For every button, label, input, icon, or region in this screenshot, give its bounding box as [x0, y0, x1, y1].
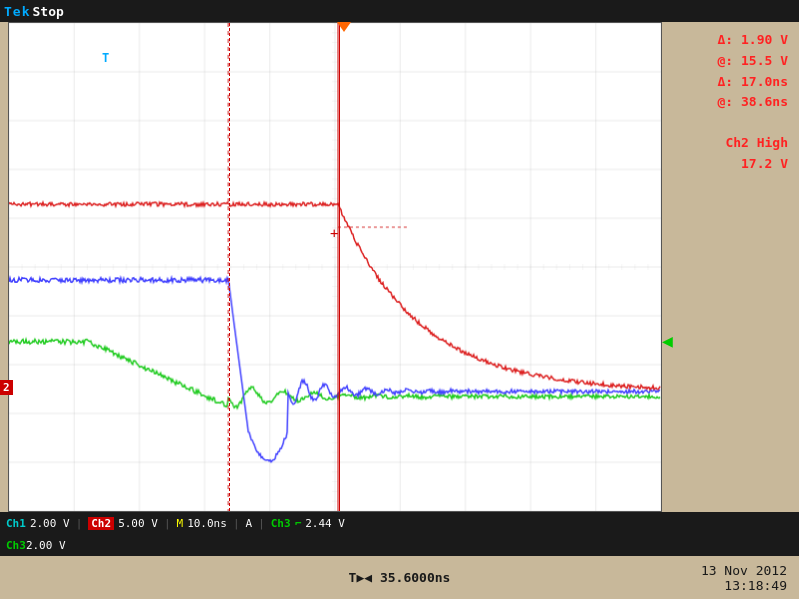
grid-canvas: [9, 23, 661, 511]
cursor-line-2: [339, 23, 340, 511]
ch3-volts: 2.44 V: [305, 517, 345, 530]
measurement-at-v: @: 15.5 V: [718, 51, 788, 72]
measurements-panel: Δ: 1.90 V @: 15.5 V Δ: 17.0ns @: 38.6ns …: [668, 22, 796, 512]
ch3-symbol: ⌐: [295, 517, 302, 530]
ch3-volts-2: 2.00 V: [26, 539, 66, 552]
ch3-level-arrow: ◀: [662, 330, 673, 351]
measurement-delta-v: Δ: 1.90 V: [718, 30, 788, 51]
ch2-level-marker: 2: [0, 380, 13, 395]
cross-marker: +: [330, 225, 338, 241]
a-label: A: [246, 517, 253, 530]
tek-logo: Tek: [0, 4, 30, 19]
channel-settings-bar: Ch1 2.00 V | Ch2 5.00 V | M 10.0ns | A |…: [0, 512, 799, 534]
trigger-marker: [337, 22, 351, 32]
oscilloscope-screen: Tek Stop + T 2 Δ: 1.90 V @: 15.5 V Δ: 17…: [0, 0, 799, 599]
ch3-label: Ch3: [271, 517, 291, 530]
ch2-high-measurement: Ch2 High 17.2 V: [725, 133, 788, 175]
ch1-volts: 2.00 V: [30, 517, 70, 530]
ch2-label: Ch2: [88, 517, 114, 530]
time-position-value: T▶◀ 35.6000ns: [270, 570, 528, 585]
channel3-settings-bar: Ch3 2.00 V: [0, 534, 799, 556]
date-time-display: 13 Nov 2012 13:18:49: [529, 563, 787, 593]
measurement-at-t: @: 38.6ns: [718, 92, 788, 113]
cursor-line-1: [229, 23, 230, 511]
measurement-delta-t: Δ: 17.0ns: [718, 72, 788, 93]
time-reference-row: T▶◀ 35.6000ns 13 Nov 2012 13:18:49: [0, 556, 799, 599]
stop-label: Stop: [30, 4, 63, 19]
top-status-bar: Tek Stop: [0, 0, 799, 22]
t-marker: T: [102, 51, 109, 65]
ch1-label: Ch1: [6, 517, 26, 530]
m-time: 10.0ns: [187, 517, 227, 530]
ch2-volts: 5.00 V: [118, 517, 158, 530]
ch3-label-2: Ch3: [6, 539, 26, 552]
m-label: M: [177, 517, 184, 530]
waveform-display: + T: [8, 22, 662, 512]
